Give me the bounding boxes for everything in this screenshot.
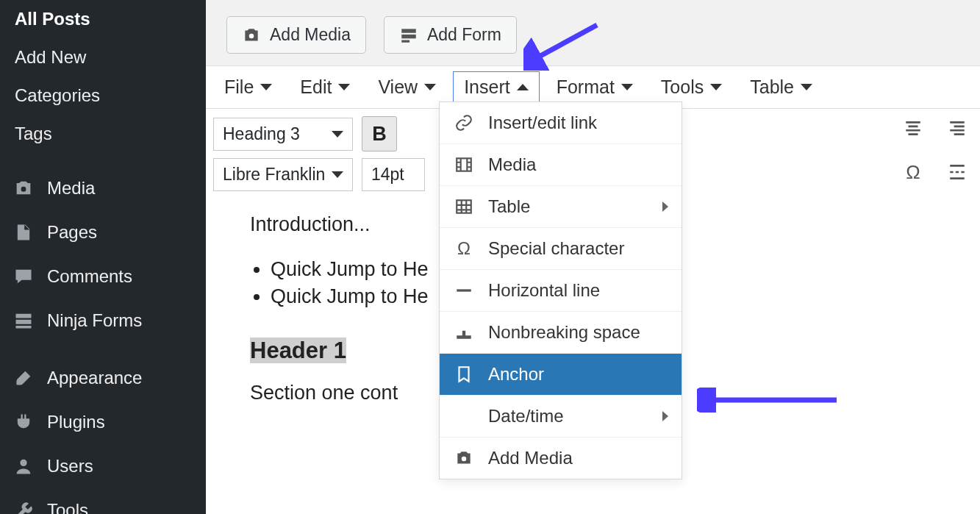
svg-rect-8 [457,200,471,213]
sidebar-item-tools[interactable]: Tools [0,488,206,514]
sidebar-item-users[interactable]: Users [0,444,206,488]
sidebar-item-comments[interactable]: Comments [0,254,206,299]
dd-insert-link[interactable]: Insert/edit link [440,102,682,144]
svg-line-10 [532,25,597,60]
bold-button[interactable]: B [362,116,397,151]
svg-point-9 [462,457,467,462]
ninja-icon [13,310,34,331]
dd-media[interactable]: Media [440,144,682,186]
dd-anchor[interactable]: Anchor [440,354,682,396]
wrench-icon [13,500,34,514]
align-right-button[interactable] [940,110,975,146]
menu-file[interactable]: File [213,71,283,103]
sidebar-subitem-all-posts[interactable]: All Posts [0,0,206,38]
sidebar-item-plugins[interactable]: Plugins [0,400,206,444]
svg-point-0 [249,33,254,38]
admin-sidebar: All Posts Add New Categories Tags Media … [0,0,206,514]
sidebar-item-pages[interactable]: Pages [0,210,206,254]
sidebar-subitem-tags[interactable]: Tags [0,115,206,153]
table-icon [454,197,473,216]
sidebar-item-media[interactable]: Media [0,166,206,210]
sidebar-subitem-add-new[interactable]: Add New [0,38,206,76]
add-form-button[interactable]: Add Form [384,16,517,54]
plug-icon [13,412,34,432]
annotation-arrow-1 [523,19,604,71]
menu-format[interactable]: Format [546,71,644,103]
submenu-caret-icon [662,411,668,421]
svg-rect-7 [457,158,471,171]
nbsp-icon [454,323,473,342]
camera-music-icon [242,26,261,45]
align-center-button[interactable] [895,110,931,146]
chevron-down-icon [710,84,722,90]
submenu-caret-icon [662,201,668,212]
special-char-button[interactable]: Ω [895,154,931,190]
chevron-down-icon [260,84,272,90]
svg-rect-2 [401,34,416,38]
chevron-down-icon [424,84,436,90]
film-icon [454,155,473,174]
hr-icon [454,281,473,300]
dd-datetime[interactable]: Date/time [440,396,682,438]
bookmark-icon [454,365,473,384]
sidebar-item-ninja-forms[interactable]: Ninja Forms [0,299,206,343]
heading-1: Header 1 [250,338,346,363]
svg-rect-1 [401,29,416,32]
page-icon [13,222,34,243]
chevron-down-icon [801,84,812,90]
add-media-button[interactable]: Add Media [226,16,366,54]
chevron-down-icon [332,131,343,138]
dd-table[interactable]: Table [440,186,682,228]
sidebar-subitem-categories[interactable]: Categories [0,76,206,115]
dd-hr[interactable]: Horizontal line [440,270,682,312]
omega-icon: Ω [454,238,473,259]
link-icon [454,113,473,132]
svg-rect-3 [401,40,409,42]
menu-tools[interactable]: Tools [650,71,733,103]
toolbar-right-icons: Ω A ? [895,110,980,190]
menu-insert[interactable]: Insert [453,71,540,103]
heading-select[interactable]: Heading 3 [213,118,353,151]
chevron-down-icon [338,84,350,90]
menu-view[interactable]: View [367,71,447,103]
pagebreak-button[interactable] [940,154,975,190]
menu-table[interactable]: Table [739,71,823,103]
form-icon [399,26,418,45]
chevron-up-icon [517,84,529,90]
dd-nbsp[interactable]: Nonbreaking space [440,312,682,354]
camera-icon [13,178,34,199]
menu-edit[interactable]: Edit [289,71,361,103]
dd-specialchar[interactable]: Ω Special character [440,228,682,270]
font-select[interactable]: Libre Franklin [213,158,353,191]
brush-icon [13,368,34,388]
camera-music-icon [454,449,473,468]
dd-addmedia[interactable]: Add Media [440,438,682,479]
sidebar-item-appearance[interactable]: Appearance [0,356,206,400]
chevron-down-icon [332,171,343,178]
fontsize-select[interactable]: 14pt [362,158,425,191]
comment-icon [13,266,34,287]
annotation-arrow-2 [697,388,844,413]
user-icon [13,456,34,476]
insert-dropdown: Insert/edit link Media Table Ω Special c… [439,101,682,479]
chevron-down-icon [621,84,633,90]
